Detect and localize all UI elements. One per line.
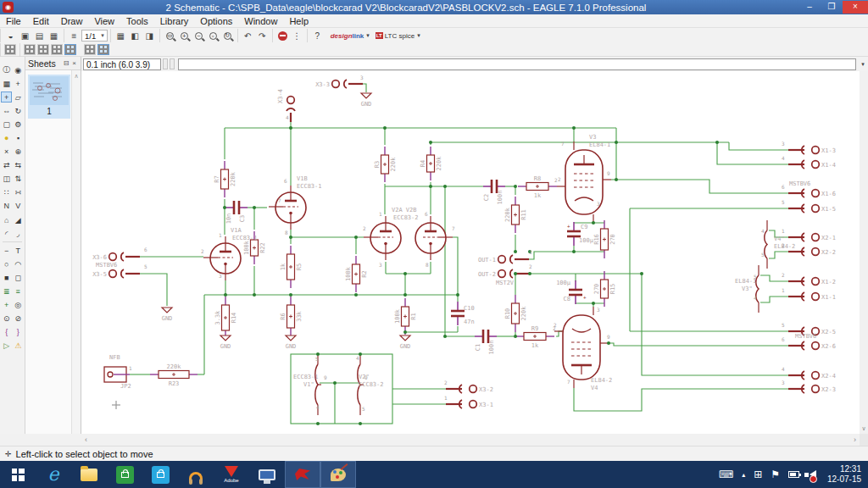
- net-wire[interactable]: [574, 388, 788, 411]
- display-preset-4[interactable]: [64, 44, 76, 55]
- panel-pin-icon[interactable]: ⊟: [62, 59, 71, 67]
- net-wire[interactable]: [128, 274, 167, 306]
- tool-frame[interactable]: {: [1, 327, 12, 338]
- junction-dot[interactable]: [223, 206, 226, 209]
- junction-dot[interactable]: [354, 236, 358, 239]
- vertical-scrollbar[interactable]: ∨: [860, 71, 868, 434]
- zoom-select-icon[interactable]: ▫: [206, 30, 220, 42]
- junction-dot[interactable]: [615, 141, 618, 144]
- display-preset-2[interactable]: [37, 44, 49, 55]
- tool-group[interactable]: ▢: [1, 119, 12, 130]
- zoom-fit-icon[interactable]: ▭: [163, 30, 177, 42]
- connector-X3-3[interactable]: X3-3: [315, 80, 363, 88]
- zoom-redraw-icon[interactable]: ↻: [220, 30, 235, 42]
- capacitor-C9[interactable]: C9100µ+: [567, 222, 594, 246]
- tool-split[interactable]: ⌂: [1, 214, 12, 225]
- connector-X1-1[interactable]: X1-1: [788, 292, 836, 301]
- net-wire[interactable]: [556, 331, 562, 336]
- junction-dot[interactable]: [403, 293, 407, 297]
- tool-junction[interactable]: ≣: [1, 286, 12, 297]
- display-preset-6[interactable]: [97, 44, 109, 55]
- gnd-symbol[interactable]: GND: [361, 93, 372, 108]
- resistor-R6[interactable]: R633k: [280, 297, 303, 336]
- tube-triode-4[interactable]: [415, 216, 453, 260]
- tool-wire[interactable]: ◜: [1, 228, 12, 239]
- tube-pentode-2[interactable]: [554, 307, 609, 388]
- scroll-up-icon[interactable]: ∧: [72, 73, 81, 80]
- taskbar-ie-icon[interactable]: e: [36, 461, 71, 488]
- tool-attribute[interactable]: +: [1, 300, 12, 311]
- resistor-R5[interactable]: 1kR5: [280, 246, 303, 288]
- panel-close-icon[interactable]: ×: [70, 59, 78, 67]
- taskbar-lenovo-icon[interactable]: [249, 461, 285, 488]
- tool-copy[interactable]: ▱: [13, 92, 24, 103]
- maximize-button[interactable]: ❐: [821, 1, 843, 14]
- gnd-symbol[interactable]: GND: [286, 336, 297, 350]
- connector-X3-2[interactable]: X3-2: [446, 385, 493, 393]
- net-wire[interactable]: [769, 252, 788, 258]
- junction-dot[interactable]: [615, 178, 618, 181]
- stop-icon[interactable]: [275, 30, 290, 42]
- heater-coil[interactable]: [765, 220, 767, 269]
- tray-flag-icon[interactable]: ⚑: [771, 469, 780, 480]
- undo-icon[interactable]: ↶: [241, 30, 255, 42]
- resistor-R3[interactable]: R3220k: [374, 147, 397, 182]
- junction-dot[interactable]: [592, 302, 595, 305]
- tool-text[interactable]: ◞: [13, 228, 24, 239]
- junction-dot[interactable]: [572, 250, 576, 253]
- taskbar-music-icon[interactable]: [178, 461, 214, 488]
- tool-display[interactable]: ▦: [1, 78, 12, 89]
- tool-name[interactable]: ∷: [1, 187, 12, 198]
- tool-value[interactable]: ∺: [13, 187, 24, 198]
- resistor-R14[interactable]: 3.3kR14: [214, 297, 237, 339]
- battery-icon[interactable]: [788, 471, 799, 478]
- connector-OUT-1[interactable]: OUT-1: [478, 255, 529, 263]
- designlink-button[interactable]: designlink▾: [331, 32, 372, 40]
- capacitor-C3[interactable]: 10nC3: [225, 201, 248, 224]
- connector-X3-1[interactable]: X3-1: [446, 400, 493, 408]
- tube-triode-1[interactable]: [203, 236, 241, 280]
- junction-dot[interactable]: [383, 126, 387, 130]
- coord-mini-button-1[interactable]: [163, 58, 168, 69]
- heater-frame[interactable]: [291, 354, 392, 424]
- resistor-R1[interactable]: 100kR1: [394, 298, 417, 335]
- ltspice-button[interactable]: LTLTC spice▾: [376, 32, 423, 40]
- connector-X2-4[interactable]: X2-4: [788, 371, 836, 380]
- tool-smash[interactable]: N: [1, 201, 12, 212]
- script-dots-icon[interactable]: ⋮: [290, 30, 304, 42]
- junction-dot[interactable]: [289, 293, 292, 297]
- resistor-R2[interactable]: 100kR2: [345, 256, 368, 292]
- tool-paint[interactable]: ●: [1, 132, 12, 143]
- junction-dot[interactable]: [354, 293, 358, 297]
- tool-dimension[interactable]: ◎: [13, 300, 24, 311]
- resistor-R7[interactable]: R7220k: [214, 161, 236, 197]
- tool-warn[interactable]: ⚠: [13, 341, 24, 352]
- junction-dot[interactable]: [333, 381, 337, 385]
- taskbar-eagle-icon[interactable]: [285, 461, 320, 488]
- resistor-R16[interactable]: R16270: [593, 220, 616, 258]
- menu-help[interactable]: Help: [283, 14, 314, 28]
- net-wire[interactable]: [529, 252, 604, 259]
- tool-pinswap[interactable]: ⇄: [1, 160, 12, 171]
- net-wire[interactable]: [717, 142, 788, 164]
- tool-net[interactable]: ◻: [13, 272, 24, 283]
- connector-X2-3[interactable]: X2-3: [788, 385, 836, 393]
- resistor-R4[interactable]: R4220k: [420, 147, 442, 180]
- gnd-symbol[interactable]: GND: [162, 308, 173, 322]
- tool-mirror[interactable]: ⇔: [1, 105, 12, 116]
- tool-invoke[interactable]: ◢: [13, 214, 24, 225]
- command-input[interactable]: [178, 58, 856, 70]
- connector-X2-1[interactable]: X2-1: [788, 233, 836, 241]
- display-preset-1[interactable]: [24, 44, 36, 55]
- net-wire[interactable]: [616, 180, 788, 193]
- tool-add[interactable]: ⊕: [13, 147, 24, 158]
- tool-gateswap[interactable]: ⇆: [13, 160, 24, 171]
- tray-windows-icon[interactable]: ⊞: [754, 469, 762, 480]
- grid-icon[interactable]: ▦: [114, 30, 128, 42]
- tool-circle[interactable]: −: [1, 245, 12, 256]
- volume-muted-icon[interactable]: [810, 470, 816, 479]
- junction-dot[interactable]: [592, 221, 595, 225]
- junction-dot[interactable]: [514, 185, 517, 188]
- coord-mini-button-2[interactable]: [170, 58, 175, 69]
- connector-X1-4[interactable]: X1-4: [788, 160, 836, 169]
